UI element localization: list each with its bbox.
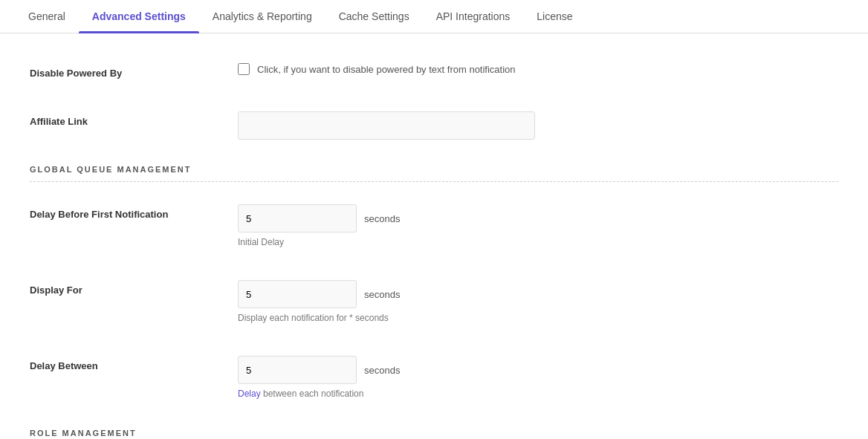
delay-between-hint: Delay between each notification — [238, 388, 838, 399]
delay-before-first-row: Delay Before First Notification seconds … — [30, 197, 838, 255]
affiliate-link-label: Affiliate Link — [30, 111, 238, 127]
delay-between-inline: seconds — [238, 356, 838, 384]
delay-between-label: Delay Between — [30, 356, 238, 371]
delay-before-first-control: seconds Initial Delay — [238, 204, 838, 247]
tab-analytics-reporting[interactable]: Analytics & Reporting — [199, 0, 326, 33]
display-for-unit: seconds — [364, 289, 400, 300]
delay-before-first-input[interactable] — [238, 204, 357, 232]
tab-advanced-settings[interactable]: Advanced Settings — [79, 0, 199, 33]
delay-between-input[interactable] — [238, 356, 357, 384]
tab-bar: General Advanced Settings Analytics & Re… — [0, 0, 868, 33]
main-content: Disable Powered By Click, if you want to… — [0, 33, 868, 439]
affiliate-link-control — [238, 111, 838, 140]
disable-powered-by-hint: Click, if you want to disable powered by… — [257, 64, 516, 75]
display-for-control: seconds Display each notification for * … — [238, 280, 838, 323]
display-for-label: Display For — [30, 280, 238, 296]
delay-before-first-unit: seconds — [364, 213, 400, 224]
role-management-title: ROLE MANAGEMENT — [30, 429, 838, 439]
delay-before-first-hint: Initial Delay — [238, 237, 838, 247]
display-for-hint: Display each notification for * seconds — [238, 313, 838, 323]
affiliate-link-input[interactable] — [238, 111, 535, 140]
delay-between-control: seconds Delay between each notification — [238, 356, 838, 399]
delay-before-first-inline: seconds — [238, 204, 838, 232]
tab-license[interactable]: License — [523, 0, 586, 33]
disable-powered-by-label: Disable Powered By — [30, 63, 238, 79]
delay-before-first-label: Delay Before First Notification — [30, 204, 238, 220]
display-for-row: Display For seconds Display each notific… — [30, 273, 838, 331]
display-for-inline: seconds — [238, 280, 838, 308]
global-queue-section: GLOBAL QUEUE MANAGEMENT Delay Before Fir… — [30, 165, 838, 406]
delay-between-row: Delay Between seconds Delay between each… — [30, 348, 838, 406]
tab-api-integrations[interactable]: API Integrations — [423, 0, 524, 33]
display-for-input[interactable] — [238, 280, 357, 308]
disable-powered-by-control: Click, if you want to disable powered by… — [238, 63, 838, 75]
disable-powered-by-checkbox[interactable] — [238, 63, 250, 75]
delay-between-hint-link[interactable]: Delay — [238, 388, 261, 399]
disable-powered-by-row: Disable Powered By Click, if you want to… — [30, 56, 838, 86]
affiliate-link-row: Affiliate Link — [30, 104, 838, 147]
tab-general[interactable]: General — [15, 0, 79, 33]
global-queue-title: GLOBAL QUEUE MANAGEMENT — [30, 165, 838, 182]
disable-powered-by-checkbox-wrapper: Click, if you want to disable powered by… — [238, 63, 838, 75]
role-management-section: ROLE MANAGEMENT — [30, 429, 838, 439]
delay-between-unit: seconds — [364, 365, 400, 376]
tab-cache-settings[interactable]: Cache Settings — [326, 0, 423, 33]
